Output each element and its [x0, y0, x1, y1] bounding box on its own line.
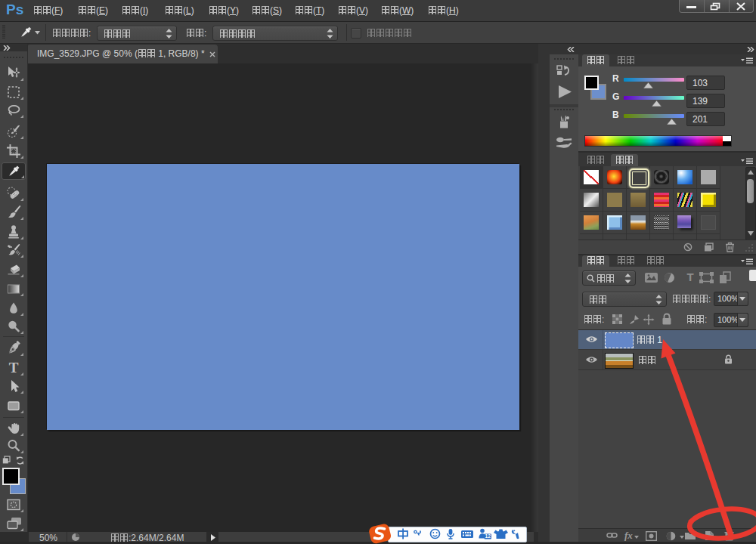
svg-text:12: 12	[485, 533, 491, 539]
